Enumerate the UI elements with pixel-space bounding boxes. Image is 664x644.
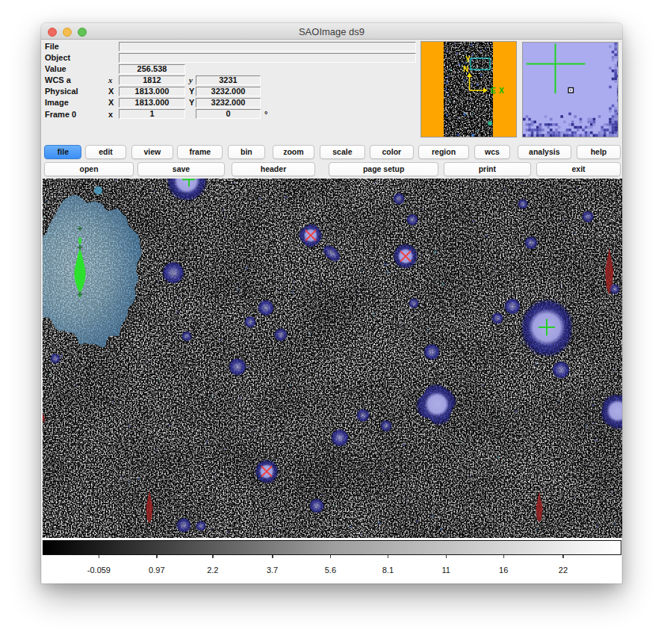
svg-text:Y: Y [465, 55, 471, 64]
svg-text:E: E [491, 87, 496, 95]
svg-text:N: N [463, 65, 468, 73]
svg-text:X: X [499, 87, 504, 95]
